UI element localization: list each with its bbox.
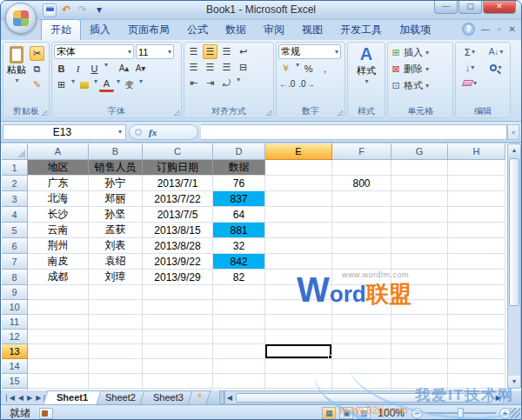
scroll-down-icon[interactable]: ▼	[508, 376, 520, 388]
align-right-button[interactable]: ☰	[219, 60, 234, 75]
decrease-indent-button[interactable]: ⇤	[186, 76, 201, 90]
fill-color-dropdown-icon[interactable]: ▾	[94, 77, 97, 92]
delete-cells-button[interactable]: ⊠ 删除 ▾	[390, 61, 451, 77]
cell-F1[interactable]	[332, 160, 392, 176]
cell-D5[interactable]: 881	[213, 223, 265, 238]
cell-G2[interactable]	[392, 176, 448, 191]
row-header-5[interactable]: 5	[2, 223, 28, 238]
underline-button[interactable]: U	[87, 61, 102, 76]
number-dialog-launcher[interactable]: ◿	[338, 109, 343, 117]
ribbon-tab-开始[interactable]: 开始	[41, 19, 81, 40]
column-header-H[interactable]: H	[448, 143, 505, 160]
sheet-tab-Sheet1[interactable]: Sheet1	[43, 390, 101, 404]
cell-F13[interactable]	[332, 344, 392, 359]
row-header-6[interactable]: 6	[2, 238, 28, 254]
cell-C3[interactable]: 2013/7/22	[143, 191, 213, 207]
fill-handle[interactable]	[328, 355, 332, 359]
cell-A4[interactable]: 长沙	[28, 207, 89, 223]
fill-color-button[interactable]	[77, 77, 91, 92]
cell-E4[interactable]	[265, 207, 332, 223]
column-header-A[interactable]: A	[28, 143, 89, 160]
alignment-dialog-launcher[interactable]: ◿	[266, 109, 271, 117]
cell-H5[interactable]	[448, 223, 505, 238]
cell-C5[interactable]: 2013/8/15	[143, 223, 213, 238]
close-button[interactable]: ✕	[483, 1, 516, 14]
cell-D7[interactable]: 842	[213, 254, 265, 270]
name-box[interactable]: E13 ▾	[3, 124, 126, 140]
top-align-button[interactable]: ☰	[186, 44, 201, 59]
cell-E6[interactable]	[265, 238, 332, 254]
vertical-scrollbar[interactable]: ▲ ▼	[507, 143, 521, 389]
cell-A6[interactable]: 荆州	[28, 238, 89, 254]
underline-dropdown-icon[interactable]: ▾	[104, 61, 108, 76]
cell-A13[interactable]	[28, 344, 89, 359]
row-header-3[interactable]: 3	[2, 191, 28, 207]
column-header-C[interactable]: C	[143, 143, 213, 160]
cell-A15[interactable]	[28, 374, 89, 389]
cell-C11[interactable]	[143, 315, 213, 330]
page-layout-view-button[interactable]: ▣	[339, 407, 353, 419]
cut-button[interactable]: ✂	[30, 46, 44, 61]
cell-E14[interactable]	[265, 359, 332, 374]
cell-H11[interactable]	[448, 315, 505, 330]
cell-G6[interactable]	[392, 238, 448, 254]
row-header-9[interactable]: 9	[2, 285, 28, 300]
help-icon[interactable]: ?	[462, 23, 475, 36]
column-header-E[interactable]: E	[265, 143, 332, 160]
cell-F14[interactable]	[332, 359, 392, 374]
cell-H15[interactable]	[448, 374, 505, 389]
cell-H4[interactable]	[448, 207, 505, 223]
cell-G1[interactable]	[392, 160, 448, 176]
shrink-font-button[interactable]: A▾	[133, 61, 148, 76]
cell-H1[interactable]	[448, 160, 505, 176]
cell-C13[interactable]	[143, 344, 213, 359]
comma-button[interactable]: ,	[318, 61, 332, 76]
cell-B3[interactable]: 郑丽	[89, 191, 143, 207]
cell-B6[interactable]: 刘表	[89, 238, 143, 254]
cell-B7[interactable]: 袁绍	[89, 254, 143, 270]
format-cells-button[interactable]: ⊡ 格式 ▾	[390, 77, 451, 94]
cell-H12[interactable]	[448, 330, 505, 344]
cell-D2[interactable]: 76	[213, 176, 265, 191]
zoom-level[interactable]: 100%	[378, 407, 405, 419]
name-box-dropdown-icon[interactable]: ▾	[118, 128, 122, 136]
maximize-button[interactable]: ▢	[458, 1, 482, 14]
insert-worksheet-button[interactable]: ✶	[187, 390, 211, 404]
cell-G15[interactable]	[392, 374, 448, 389]
office-button[interactable]	[5, 3, 37, 34]
cell-H3[interactable]	[448, 191, 505, 207]
cell-D4[interactable]: 64	[213, 207, 265, 223]
cell-F7[interactable]	[332, 254, 392, 270]
cell-A14[interactable]	[28, 359, 89, 374]
borders-button[interactable]: ⊞	[54, 77, 69, 92]
cell-F8[interactable]	[332, 270, 392, 285]
cell-A9[interactable]	[28, 285, 89, 300]
macro-record-button[interactable]	[39, 408, 53, 419]
merge-center-button[interactable]: ⊟	[236, 60, 251, 75]
cell-H2[interactable]	[448, 176, 505, 191]
ribbon-tab-插入[interactable]: 插入	[81, 20, 119, 40]
cell-C2[interactable]: 2013/7/1	[143, 176, 213, 191]
workbook-close-button[interactable]: ✕	[507, 24, 518, 34]
find-select-button[interactable]: ▾	[484, 60, 508, 75]
align-left-button[interactable]: ☰	[186, 60, 201, 75]
cell-B13[interactable]	[89, 344, 143, 359]
paste-dropdown-icon[interactable]: ▾	[15, 77, 18, 84]
cell-E12[interactable]	[265, 330, 332, 344]
cell-C6[interactable]: 2013/8/28	[143, 238, 213, 254]
insert-cells-button[interactable]: ⊞ 插入 ▾	[390, 44, 451, 61]
ribbon-tab-开发工具[interactable]: 开发工具	[331, 20, 391, 40]
cell-A8[interactable]: 成都	[28, 270, 89, 285]
cell-H9[interactable]	[448, 285, 505, 300]
cell-C7[interactable]: 2013/9/22	[143, 254, 213, 270]
cell-B11[interactable]	[89, 315, 143, 330]
cell-H6[interactable]	[448, 238, 505, 254]
cell-E3[interactable]	[265, 191, 332, 207]
zoom-slider-thumb[interactable]	[458, 408, 464, 418]
cell-G13[interactable]	[392, 344, 448, 359]
cell-B2[interactable]: 孙宁	[89, 176, 143, 191]
zoom-out-button[interactable]: −	[412, 408, 423, 419]
cell-C12[interactable]	[143, 330, 213, 344]
bold-button[interactable]: B	[54, 61, 69, 76]
row-header-10[interactable]: 10	[2, 300, 28, 315]
